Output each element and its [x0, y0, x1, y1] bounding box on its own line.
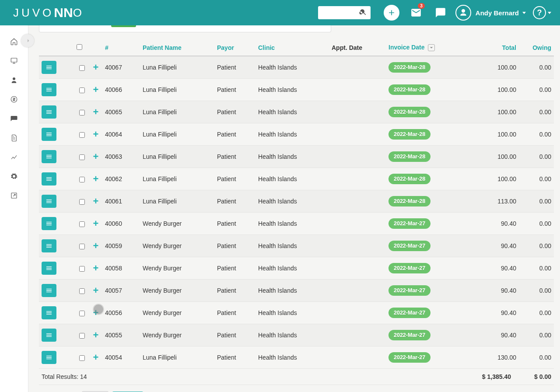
row-menu-button[interactable]	[42, 83, 56, 96]
row-checkbox[interactable]	[79, 132, 85, 138]
row-checkbox[interactable]	[79, 311, 85, 316]
row-menu-button[interactable]	[42, 61, 56, 74]
help-button[interactable]: ?	[533, 6, 546, 19]
cell-patient: Luna Fillipeli	[140, 190, 214, 213]
row-menu-button[interactable]	[42, 217, 56, 230]
row-checkbox[interactable]	[79, 199, 85, 205]
row-expand-button[interactable]: +	[92, 86, 100, 94]
row-menu-button[interactable]	[42, 239, 56, 252]
cell-appt-date	[329, 302, 386, 324]
cell-invoice-date: 2022-Mar-27	[386, 257, 475, 280]
col-payor[interactable]: Payor	[214, 40, 256, 56]
chat-button[interactable]	[433, 5, 448, 21]
row-menu-button[interactable]	[42, 284, 56, 297]
col-invoice-date[interactable]: Invoice Date	[386, 40, 475, 56]
cell-total: 100.00	[475, 168, 519, 190]
cell-payor: Patient	[214, 302, 256, 324]
row-checkbox[interactable]	[79, 110, 85, 116]
row-menu-button[interactable]	[42, 172, 56, 186]
cell-appt-date	[329, 280, 386, 302]
row-expand-button[interactable]: +	[92, 242, 100, 250]
row-expand-button[interactable]: +	[92, 108, 100, 116]
nav-billing[interactable]	[7, 93, 21, 106]
col-owing[interactable]: Owing	[519, 40, 554, 56]
cell-appt-date	[329, 56, 386, 79]
col-clinic[interactable]: Clinic	[256, 40, 329, 56]
nav-monitor[interactable]	[7, 54, 21, 67]
cell-total: 130.00	[475, 346, 519, 369]
cell-clinic: Health Islands	[256, 56, 329, 79]
invoice-date-pill: 2022-Mar-28	[388, 107, 430, 117]
row-menu-button[interactable]	[42, 262, 56, 275]
help-caret-icon	[548, 12, 551, 14]
row-expand-button[interactable]: +	[92, 264, 100, 272]
mail-button[interactable]: 3	[408, 5, 424, 21]
mail-badge: 3	[418, 3, 425, 9]
col-appt-date[interactable]: Appt. Date	[329, 40, 386, 56]
nav-settings[interactable]	[7, 170, 21, 183]
results-count: Total Results: 14	[42, 373, 441, 380]
row-checkbox[interactable]	[79, 355, 85, 361]
row-expand-button[interactable]: +	[92, 63, 100, 71]
add-button[interactable]	[384, 5, 399, 21]
row-checkbox[interactable]	[79, 177, 85, 182]
row-menu-button[interactable]	[42, 128, 56, 141]
col-num[interactable]: #	[102, 40, 140, 56]
row-checkbox[interactable]	[79, 154, 85, 160]
row-checkbox[interactable]	[79, 244, 85, 249]
owing-sum: $ 0.00	[511, 373, 551, 380]
row-expand-button[interactable]: +	[92, 354, 100, 361]
col-patient[interactable]: Patient Name	[140, 40, 214, 56]
search-input[interactable]	[318, 6, 371, 19]
row-checkbox[interactable]	[79, 65, 85, 71]
row-menu-button[interactable]	[42, 306, 56, 319]
row-checkbox[interactable]	[79, 333, 85, 339]
invoice-date-pill: 2022-Mar-27	[388, 218, 430, 229]
row-expand-button[interactable]: +	[92, 175, 100, 183]
total-sum: $ 1,385.40	[441, 373, 511, 380]
cell-owing: 0.00	[519, 302, 554, 324]
row-expand-button[interactable]: +	[92, 153, 100, 161]
row-menu-button[interactable]	[42, 195, 56, 208]
main-content: # Patient Name Payor Clinic Appt. Date I…	[28, 25, 560, 392]
row-menu-button[interactable]	[42, 329, 56, 342]
cell-num: 40054	[102, 346, 140, 369]
cell-patient: Wendy Burger	[140, 324, 214, 346]
user-menu[interactable]: Andy Bernard	[455, 5, 526, 21]
nav-messages[interactable]	[7, 112, 21, 125]
collapse-sidebar-button[interactable]	[21, 34, 34, 47]
cell-appt-date	[329, 324, 386, 346]
row-checkbox[interactable]	[79, 88, 85, 93]
nav-documents[interactable]	[7, 131, 21, 144]
user-name: Andy Bernard	[476, 9, 519, 17]
cell-num: 40056	[102, 302, 140, 324]
row-checkbox[interactable]	[79, 266, 85, 272]
table-row: + 40066 Luna Fillipeli Patient Health Is…	[39, 79, 554, 101]
row-menu-button[interactable]	[42, 351, 56, 364]
row-menu-button[interactable]	[42, 105, 56, 119]
select-all-checkbox[interactable]	[77, 44, 82, 50]
invoice-date-pill: 2022-Mar-28	[388, 129, 430, 140]
cell-owing: 0.00	[519, 146, 554, 168]
cell-appt-date	[329, 146, 386, 168]
nav-patients[interactable]	[7, 74, 21, 87]
row-checkbox[interactable]	[79, 288, 85, 294]
invoice-date-pill: 2022-Mar-28	[388, 84, 430, 95]
row-expand-button[interactable]: +	[92, 130, 100, 138]
cell-total: 90.40	[475, 302, 519, 324]
nav-home[interactable]	[7, 35, 21, 48]
row-checkbox[interactable]	[79, 221, 85, 227]
nav-reports[interactable]	[7, 150, 21, 164]
row-expand-button[interactable]: +	[92, 220, 100, 228]
invoice-date-pill: 2022-Mar-27	[388, 308, 430, 318]
cell-total: 113.00	[475, 190, 519, 213]
cell-appt-date	[329, 346, 386, 369]
row-menu-button[interactable]	[42, 150, 56, 163]
cell-owing: 0.00	[519, 346, 554, 369]
row-expand-button[interactable]: +	[92, 309, 100, 317]
row-expand-button[interactable]: +	[92, 287, 100, 294]
row-expand-button[interactable]: +	[92, 331, 100, 339]
col-total[interactable]: Total	[475, 40, 519, 56]
nav-external[interactable]	[7, 189, 21, 202]
row-expand-button[interactable]: +	[92, 197, 100, 205]
